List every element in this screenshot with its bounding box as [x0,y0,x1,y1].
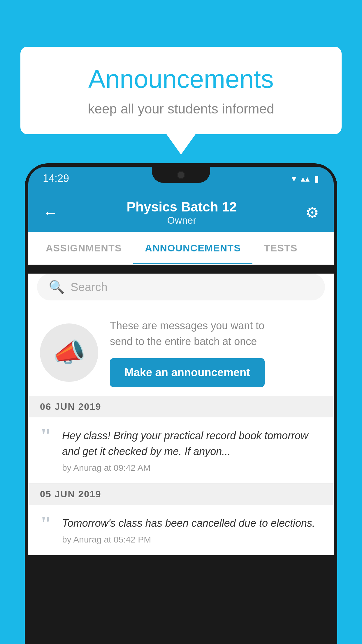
tab-tests[interactable]: TESTS [252,232,309,264]
search-bar[interactable]: 🔍 Search [37,274,325,300]
gear-icon[interactable]: ⚙ [305,204,319,221]
app-header: ← Physics Batch 12 Owner ⚙ [28,190,334,232]
megaphone-icon: 📣 [53,337,85,368]
wifi-icon: ▾ [292,174,296,184]
announcement-content-1: Hey class! Bring your practical record b… [62,428,322,473]
speech-bubble-section: Announcements keep all your students inf… [20,47,342,155]
header-title-block: Physics Batch 12 Owner [126,199,237,226]
back-button[interactable]: ← [43,204,58,221]
search-placeholder: Search [71,281,108,294]
camera-dot [177,171,185,179]
phone-screen: 14:29 ▾ ▴▴ ▮ ← Physics Batch 12 [28,167,334,555]
tab-assignments[interactable]: ASSIGNMENTS [34,232,133,264]
date-separator-2: 05 JUN 2019 [28,484,334,505]
promo-description: These are messages you want to send to t… [110,318,322,349]
speech-bubble-subtitle: keep all your students informed [44,101,318,117]
speech-bubble-title: Announcements [44,64,318,94]
tabs-bar: ASSIGNMENTS ANNOUNCEMENTS TESTS [28,232,334,265]
speech-bubble-card: Announcements keep all your students inf… [20,47,342,134]
promo-section: 📣 These are messages you want to send to… [28,309,334,396]
phone-frame-inner: 14:29 ▾ ▴▴ ▮ ← Physics Batch 12 [25,163,337,555]
announcement-meta-1: by Anurag at 09:42 AM [62,463,322,473]
batch-title: Physics Batch 12 [126,199,237,215]
battery-icon: ▮ [314,174,319,184]
quote-icon-2: " [40,515,52,532]
promo-icon-circle: 📣 [40,323,98,382]
phone-mockup: 14:29 ▾ ▴▴ ▮ ← Physics Batch 12 [25,163,337,644]
tab-announcements[interactable]: ANNOUNCEMENTS [133,232,252,264]
announcement-content-2: Tomorrow's class has been cancelled due … [62,515,322,545]
quote-icon-1: " [40,428,52,445]
status-time: 14:29 [43,172,69,185]
announcement-meta-2: by Anurag at 05:42 PM [62,535,322,545]
status-bar: 14:29 ▾ ▴▴ ▮ [28,167,334,190]
announcement-text-1: Hey class! Bring your practical record b… [62,428,322,459]
announcement-item-2[interactable]: " Tomorrow's class has been cancelled du… [28,505,334,555]
speech-bubble-arrow [166,134,196,155]
search-icon: 🔍 [49,279,65,295]
signal-icon: ▴▴ [301,174,310,184]
content-area: 🔍 Search 📣 These are messages you want t… [28,274,334,555]
promo-right: These are messages you want to send to t… [110,318,322,387]
make-announcement-button[interactable]: Make an announcement [110,358,265,387]
date-separator-1: 06 JUN 2019 [28,396,334,417]
phone-notch [152,167,210,183]
announcement-text-2: Tomorrow's class has been cancelled due … [62,515,322,531]
phone-outer-frame: 14:29 ▾ ▴▴ ▮ ← Physics Batch 12 [25,163,337,644]
announcement-item-1[interactable]: " Hey class! Bring your practical record… [28,417,334,484]
batch-subtitle: Owner [126,215,237,226]
status-icons: ▾ ▴▴ ▮ [292,174,319,184]
